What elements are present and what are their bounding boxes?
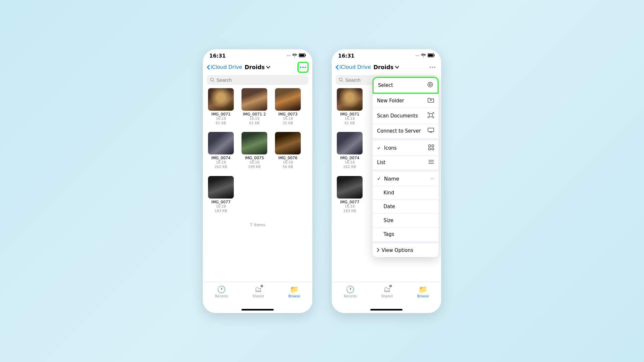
file-meta-right-0077: 16:18183 KB xyxy=(343,204,356,214)
battery-icon xyxy=(299,53,306,58)
tab-shared-left[interactable]: 🗂 Shared xyxy=(252,285,264,298)
file-row-2: IMG_0074 16:18262 KB IMG_0075 16:18199 K… xyxy=(207,132,308,170)
dropdown-new-folder[interactable]: New Folder xyxy=(373,94,439,108)
icons-label: Icons xyxy=(384,145,397,151)
wifi-icon xyxy=(292,53,297,58)
file-meta-0076: 16:1856 KB xyxy=(283,160,293,170)
file-item-right-0074[interactable]: IMG_0074 16:18262 KB xyxy=(336,132,364,170)
sort-date[interactable]: Date xyxy=(373,200,439,214)
status-icons-left: ··· xyxy=(287,53,306,58)
dropdown-scan-docs[interactable]: Scan Documents xyxy=(373,108,439,124)
new-folder-icon xyxy=(428,97,434,104)
back-button-left[interactable]: iCloud Drive xyxy=(207,64,242,70)
ellipsis-icon-left xyxy=(300,67,306,68)
svg-rect-2 xyxy=(299,54,304,57)
ellipsis-button-right[interactable] xyxy=(428,62,437,72)
file-thumb-right-0071 xyxy=(337,88,363,111)
list-label: List xyxy=(377,160,385,165)
file-item-0076[interactable]: IMG_0076 16:1856 KB xyxy=(274,132,302,170)
sort-header[interactable]: ✓ Name xyxy=(373,172,439,186)
tab-browse-left[interactable]: 📁 Browse xyxy=(288,285,300,298)
svg-rect-18 xyxy=(429,145,431,147)
back-label-right: iCloud Drive xyxy=(339,64,371,70)
signal-icon: ··· xyxy=(287,54,290,58)
nav-title-left: Droids xyxy=(245,64,270,70)
sort-size[interactable]: Size xyxy=(373,214,439,227)
signal-icon-right: ··· xyxy=(416,54,419,58)
svg-rect-9 xyxy=(428,54,433,57)
file-row-1: IMG_0071 16:1861 KB IMG_0071 2 16:1961 K… xyxy=(207,88,308,126)
file-item-0071-2[interactable]: IMG_0071 2 16:1961 KB xyxy=(240,88,269,126)
tab-browse-right[interactable]: 📁 Browse xyxy=(417,285,429,298)
svg-point-13 xyxy=(339,78,342,81)
time-right: 16:31 xyxy=(338,53,355,59)
svg-rect-16 xyxy=(429,114,432,117)
dropdown-icons[interactable]: ✓ Icons xyxy=(373,141,439,156)
recents-label-right: Recents xyxy=(344,294,357,298)
svg-point-4 xyxy=(302,67,304,68)
nav-title-right: Droids xyxy=(374,64,399,70)
dropdown-view-options[interactable]: View Options xyxy=(373,241,439,257)
sort-name-label: Name xyxy=(384,176,399,182)
file-name-right-0071: IMG_0071 xyxy=(340,112,359,116)
shared-badge-left: 🗂 xyxy=(255,285,262,293)
dropdown-menu: Select New Folder Scan Documents xyxy=(373,77,439,257)
nav-bar-left: iCloud Drive Droids xyxy=(203,61,312,75)
back-label-left: iCloud Drive xyxy=(211,64,242,70)
file-thumb-0071-2 xyxy=(242,88,267,111)
file-item-0075[interactable]: IMG_0075 16:18199 KB xyxy=(240,132,269,170)
sort-size-label: Size xyxy=(377,218,393,223)
sort-section: ✓ Name Kind Date Size Tags xyxy=(373,172,439,241)
new-folder-label: New Folder xyxy=(377,98,404,104)
shared-label-right: Shared xyxy=(381,294,393,298)
browse-icon-right: 📁 xyxy=(419,285,427,293)
list-icon xyxy=(428,160,434,165)
file-meta-0073: 16:1835 KB xyxy=(283,116,293,126)
search-bar-left[interactable] xyxy=(207,75,308,85)
file-name-0071-2: IMG_0071 2 xyxy=(243,112,266,116)
sort-kind[interactable]: Kind xyxy=(373,186,439,200)
dropdown-select[interactable]: Select xyxy=(373,77,439,94)
browse-label-right: Browse xyxy=(417,294,429,298)
tab-shared-right[interactable]: 🗂 Shared xyxy=(381,285,393,298)
file-item-0073[interactable]: IMG_0073 16:1835 KB xyxy=(274,88,302,126)
search-input-left[interactable] xyxy=(216,77,305,83)
file-thumb-0075 xyxy=(242,132,267,154)
file-thumb-0077 xyxy=(208,176,234,199)
ellipsis-icon-right xyxy=(430,67,435,68)
chevron-up-icon xyxy=(430,176,434,181)
back-button-right[interactable]: iCloud Drive xyxy=(336,64,371,70)
file-meta-0071-2: 16:1961 KB xyxy=(249,116,260,126)
file-item-0071[interactable]: IMG_0071 16:1861 KB xyxy=(207,88,235,126)
svg-point-14 xyxy=(428,82,433,87)
file-item-right-0077[interactable]: IMG_0077 16:18183 KB xyxy=(336,176,364,214)
items-count-left: 7 items xyxy=(207,220,308,230)
wifi-icon-right xyxy=(421,53,426,58)
svg-point-11 xyxy=(432,67,433,68)
file-item-0077[interactable]: IMG_0077 16:18183 KB xyxy=(207,176,235,214)
svg-rect-21 xyxy=(432,148,434,150)
svg-rect-19 xyxy=(432,145,434,147)
dropdown-list[interactable]: List xyxy=(373,156,439,172)
chevron-right-icon xyxy=(377,247,380,253)
scan-docs-label: Scan Documents xyxy=(377,113,418,119)
svg-point-5 xyxy=(305,67,306,68)
ellipsis-button-left[interactable] xyxy=(298,62,308,73)
tab-recents-left[interactable]: 🕐 Recents xyxy=(215,285,228,298)
file-thumb-0074 xyxy=(208,132,234,154)
sort-kind-label: Kind xyxy=(377,190,394,196)
svg-point-12 xyxy=(434,67,435,68)
recents-icon-right: 🕐 xyxy=(346,285,355,293)
file-item-right-0071[interactable]: IMG_0071 16:1861 KB xyxy=(336,88,364,126)
tab-recents-right[interactable]: 🕐 Recents xyxy=(344,285,357,298)
sort-tags[interactable]: Tags xyxy=(373,227,439,241)
dropdown-connect-server[interactable]: Connect to Server xyxy=(373,124,439,141)
file-item-0074[interactable]: IMG_0074 16:18262 KB xyxy=(207,132,235,170)
svg-rect-17 xyxy=(428,128,434,132)
file-name-0076: IMG_0076 xyxy=(278,156,298,160)
file-meta-right-0071: 16:1861 KB xyxy=(345,116,355,126)
search-icon-right xyxy=(339,78,343,82)
status-icons-right: ··· xyxy=(416,53,435,58)
select-icon xyxy=(427,82,433,89)
browse-label-left: Browse xyxy=(288,294,300,298)
